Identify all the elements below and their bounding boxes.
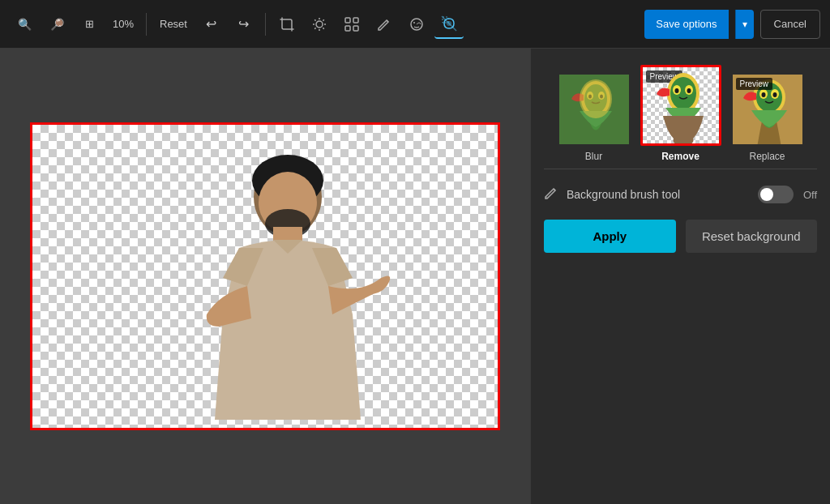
svg-line-7 [323, 19, 323, 20]
svg-point-29 [580, 79, 612, 118]
blur-card-label: Blur [585, 151, 602, 162]
markup-button[interactable] [370, 10, 399, 39]
svg-point-0 [316, 21, 323, 28]
right-panel: Blur Preview [530, 49, 830, 504]
svg-rect-10 [345, 26, 350, 31]
redo-button[interactable]: ↪ [229, 10, 259, 39]
apply-button[interactable]: Apply [544, 220, 676, 253]
main-content: Blur Preview [0, 49, 830, 504]
fit-view-button[interactable]: ⊞ [75, 10, 104, 39]
replace-card-label: Replace [749, 151, 785, 162]
divider-1 [146, 13, 147, 36]
toggle-state-label: Off [803, 189, 817, 201]
remove-parrot-image [643, 67, 721, 146]
svg-point-42 [772, 92, 777, 97]
crop-icon [280, 17, 294, 32]
undo-button[interactable]: ↩ [197, 10, 226, 39]
sticker-icon [409, 17, 424, 32]
blur-card[interactable]: Blur [558, 73, 631, 162]
replace-preview-label: Preview [736, 78, 773, 90]
replace-card-image: Preview [731, 73, 804, 146]
zoom-level: 10% [107, 18, 139, 30]
svg-line-6 [323, 28, 323, 28]
svg-point-14 [413, 22, 415, 23]
crop-button[interactable] [272, 10, 302, 39]
brush-tool-label: Background brush tool [567, 188, 750, 201]
zoom-in-icon [18, 17, 32, 32]
redo-icon: ↪ [238, 16, 249, 32]
preview-cards-container: Blur Preview [544, 65, 817, 169]
divider-2 [265, 13, 266, 36]
reset-background-button[interactable]: Reset background [686, 220, 818, 253]
undo-icon: ↩ [206, 16, 216, 32]
replace-card[interactable]: Preview [731, 73, 804, 162]
svg-rect-12 [353, 26, 358, 31]
chevron-down-icon: ▾ [742, 19, 747, 30]
svg-rect-11 [353, 18, 358, 23]
remove-card[interactable]: Preview [640, 65, 721, 162]
action-buttons: Apply Reset background [544, 220, 817, 253]
filter-button[interactable] [337, 10, 366, 39]
person-image [174, 152, 401, 428]
toolbar-right: Save options ▾ Cancel [644, 10, 820, 39]
svg-rect-9 [345, 18, 350, 23]
svg-point-41 [761, 92, 765, 97]
filter-icon [344, 17, 359, 32]
save-options-chevron-button[interactable]: ▾ [735, 10, 754, 39]
brush-toggle[interactable] [758, 186, 794, 203]
zoom-in-button[interactable] [10, 10, 39, 39]
toggle-thumb [760, 188, 773, 201]
svg-line-5 [314, 19, 315, 20]
bg-remove-icon [441, 15, 457, 32]
cancel-button[interactable]: Cancel [760, 10, 820, 39]
toolbar-left: ⊞ 10% Reset ↩ ↪ [10, 10, 641, 39]
markup-icon [377, 17, 391, 32]
zoom-out-icon [50, 17, 64, 32]
brush-tool-row: Background brush tool Off [544, 186, 817, 203]
reset-button[interactable]: Reset [153, 15, 194, 33]
brightness-icon [312, 17, 327, 32]
blur-card-image [558, 73, 631, 146]
blur-parrot-image [559, 75, 631, 146]
toolbar: ⊞ 10% Reset ↩ ↪ [0, 0, 830, 49]
bg-remove-active-button[interactable] [434, 10, 464, 39]
svg-point-35 [687, 88, 691, 93]
remove-card-image: Preview [640, 65, 721, 146]
canvas-area[interactable] [0, 49, 530, 504]
fit-icon: ⊞ [85, 18, 94, 30]
svg-point-34 [674, 88, 678, 93]
pencil-icon [544, 186, 558, 203]
save-options-button[interactable]: Save options [644, 10, 728, 39]
image-canvas [30, 122, 500, 430]
remove-card-label: Remove [661, 151, 700, 162]
toggle-container[interactable]: Off [758, 186, 817, 203]
toggle-track [758, 186, 794, 203]
svg-line-8 [314, 28, 315, 28]
sticker-button[interactable] [402, 10, 431, 39]
brightness-button[interactable] [305, 10, 334, 39]
zoom-out-button[interactable] [42, 10, 71, 39]
